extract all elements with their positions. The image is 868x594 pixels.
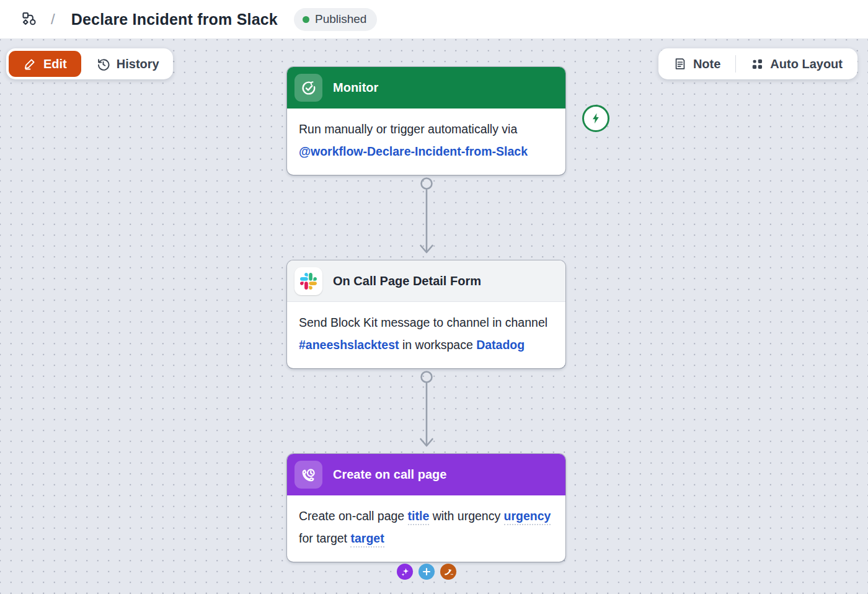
trigger-badge[interactable] (582, 105, 609, 132)
page-title: Declare Incident from Slack (71, 11, 278, 29)
toolbar-divider (735, 55, 736, 73)
workflow-handle-link[interactable]: @workflow-Declare-Incident-from-Slack (299, 144, 528, 158)
workflow-graph-icon[interactable] (21, 11, 37, 27)
node-slack-form-title: On Call Page Detail Form (333, 274, 481, 288)
note-layout-toolbar: Note Auto Layout (658, 48, 857, 79)
create-page-text-3: for target (299, 531, 350, 545)
connect-step-button[interactable] (440, 564, 456, 580)
node-slack-form-description: Send Block Kit message to channel in cha… (287, 302, 565, 368)
edit-button[interactable]: Edit (9, 51, 81, 77)
history-clock-icon (96, 57, 110, 71)
slack-logo-icon (294, 267, 322, 295)
node-create-page-description: Create on-call page title with urgency u… (287, 495, 565, 562)
breadcrumb-separator: / (51, 11, 55, 28)
auto-layout-button-label: Auto Layout (770, 57, 843, 71)
param-urgency-link[interactable]: urgency (504, 509, 551, 525)
history-button-label: History (117, 57, 159, 71)
note-button[interactable]: Note (662, 51, 732, 77)
plus-icon (422, 567, 432, 577)
note-button-label: Note (693, 57, 720, 71)
node-slack-form[interactable]: On Call Page Detail Form Send Block Kit … (287, 260, 565, 368)
top-bar: / Declare Incident from Slack Published (0, 0, 868, 38)
node-create-page-header: Create on call page (287, 454, 565, 495)
add-step-button[interactable] (418, 564, 435, 580)
workflow-editor: / Declare Incident from Slack Published … (0, 0, 868, 594)
node-monitor-description: Run manually or trigger automatically vi… (287, 109, 565, 175)
slack-workspace-link[interactable]: Datadog (476, 338, 525, 352)
node-slack-form-header: On Call Page Detail Form (287, 260, 565, 302)
slack-channel-link[interactable]: #aneeshslacktest (299, 338, 399, 352)
published-dot-icon (303, 16, 309, 23)
status-badge: Published (294, 8, 377, 31)
edit-button-label: Edit (43, 57, 67, 71)
slack-body-text-2: in workspace (399, 338, 477, 352)
lightning-bolt-icon (589, 112, 603, 125)
slack-body-text-1: Send Block Kit message to channel in cha… (299, 316, 547, 329)
pencil-icon (23, 57, 37, 71)
create-page-text-1: Create on-call page (299, 509, 408, 523)
node-monitor[interactable]: Monitor Run manually or trigger automati… (287, 67, 565, 175)
ai-assist-button[interactable] (397, 564, 413, 580)
grid-layout-icon (751, 58, 764, 71)
history-button[interactable]: History (85, 51, 170, 77)
connector-arrow-1 (414, 176, 439, 257)
phone-clock-icon (294, 461, 322, 489)
status-label: Published (315, 12, 366, 26)
create-page-text-2: with urgency (429, 509, 503, 523)
note-document-icon (673, 57, 687, 71)
node-create-page-title: Create on call page (333, 468, 446, 482)
param-target-link[interactable]: target (350, 531, 384, 547)
connector-arrow-2 (414, 370, 439, 450)
node-monitor-header: Monitor (287, 67, 565, 109)
edit-history-toolbar: Edit History (6, 48, 173, 79)
monitor-body-text: Run manually or trigger automatically vi… (299, 122, 517, 136)
node-create-page[interactable]: Create on call page Create on-call page … (287, 454, 565, 562)
monitor-gauge-icon (294, 74, 322, 102)
auto-layout-button[interactable]: Auto Layout (740, 51, 854, 77)
curved-arrow-icon (443, 567, 454, 577)
sparkle-ai-icon (400, 567, 410, 577)
node-monitor-title: Monitor (333, 81, 378, 95)
param-title-link[interactable]: title (408, 509, 430, 525)
